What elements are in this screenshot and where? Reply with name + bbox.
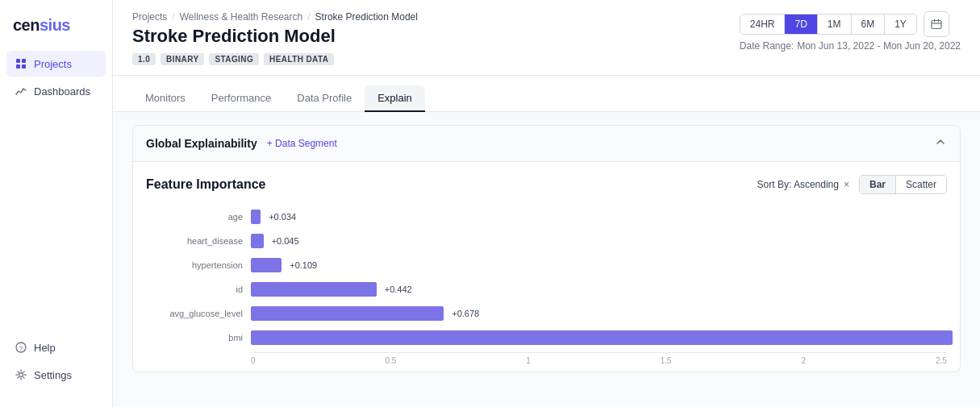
time-btn-6m[interactable]: 6M bbox=[852, 15, 886, 34]
tab-data-profile[interactable]: Data Profile bbox=[284, 85, 365, 112]
header-row: Projects / Wellness & Health Research / … bbox=[132, 11, 961, 65]
breadcrumb-projects[interactable]: Projects bbox=[132, 11, 167, 23]
breadcrumb: Projects / Wellness & Health Research / … bbox=[132, 11, 418, 23]
x-tick: 1 bbox=[526, 356, 531, 365]
sort-label: Sort By: Ascending bbox=[757, 179, 839, 190]
date-range-value: Mon Jun 13, 2022 - Mon Jun 20, 2022 bbox=[797, 40, 961, 52]
sidebar-nav: Projects Dashboards bbox=[0, 51, 112, 104]
sidebar-bottom: ? Help Settings bbox=[0, 328, 112, 394]
calendar-button[interactable] bbox=[924, 11, 949, 37]
time-controls: 24HR 7D 1M 6M 1Y bbox=[740, 11, 961, 37]
chart-bar-value: +0.442 bbox=[385, 284, 412, 294]
view-toggle: Bar Scatter bbox=[859, 175, 947, 194]
chart-row: heart_disease+0.045 bbox=[146, 231, 947, 251]
tag-binary: BINARY bbox=[161, 53, 204, 65]
chart-bar-value: +0.109 bbox=[290, 260, 317, 270]
chart-bar-area: +0.045 bbox=[251, 234, 947, 248]
time-btn-1y[interactable]: 1Y bbox=[885, 15, 916, 34]
sidebar: censius Projects Dashboards bbox=[0, 0, 113, 407]
time-btn-1m[interactable]: 1M bbox=[818, 15, 852, 34]
main-content: Projects / Wellness & Health Research / … bbox=[113, 0, 980, 407]
svg-rect-3 bbox=[22, 64, 26, 69]
chart-feature-label: hypertension bbox=[146, 260, 251, 270]
global-explainability-card: Global Explainability + Data Segment Fea… bbox=[132, 125, 961, 372]
tag-health-data: HEALTH DATA bbox=[264, 53, 334, 65]
section-header: Global Explainability + Data Segment bbox=[133, 126, 960, 162]
x-axis-line bbox=[251, 352, 947, 353]
add-segment-button[interactable]: + Data Segment bbox=[267, 138, 337, 149]
chart-bar bbox=[251, 306, 444, 321]
x-tick: 2 bbox=[802, 356, 807, 365]
tab-monitors[interactable]: Monitors bbox=[132, 85, 198, 112]
chart-row: hypertension+0.109 bbox=[146, 255, 947, 275]
content-area: Global Explainability + Data Segment Fea… bbox=[113, 112, 980, 407]
chart-row: bmi+2.474 bbox=[146, 328, 947, 347]
chart-bar-area: +2.474 bbox=[251, 330, 953, 345]
chart-feature-label: avg_glucose_level bbox=[146, 309, 251, 318]
feature-importance-chart: age+0.034heart_disease+0.045hypertension… bbox=[146, 207, 947, 353]
chart-bar bbox=[251, 210, 261, 224]
chart-feature-label: bmi bbox=[146, 333, 251, 343]
sidebar-item-settings-label: Settings bbox=[34, 369, 72, 381]
sidebar-item-settings[interactable]: Settings bbox=[6, 362, 106, 388]
fi-controls: Sort By: Ascending × Bar Scatter bbox=[757, 175, 947, 194]
svg-rect-1 bbox=[22, 59, 26, 63]
tag-staging: STAGING bbox=[209, 53, 259, 65]
sort-clear-button[interactable]: × bbox=[844, 179, 849, 190]
chart-row: avg_glucose_level+0.678 bbox=[146, 304, 947, 323]
chart-bar bbox=[251, 282, 377, 297]
chart-row: id+0.442 bbox=[146, 280, 947, 299]
tab-performance[interactable]: Performance bbox=[198, 85, 284, 112]
logo: censius bbox=[0, 13, 112, 51]
sidebar-item-help[interactable]: ? Help bbox=[6, 334, 106, 360]
sidebar-item-projects[interactable]: Projects bbox=[6, 51, 106, 77]
breadcrumb-wellness[interactable]: Wellness & Health Research bbox=[180, 11, 303, 23]
sidebar-item-projects-label: Projects bbox=[34, 58, 72, 70]
svg-rect-2 bbox=[16, 64, 20, 69]
tag-version: 1.0 bbox=[132, 53, 156, 65]
circle-question-icon: ? bbox=[15, 341, 27, 354]
chart-bar-value: +0.034 bbox=[269, 212, 296, 222]
x-tick: 0 bbox=[251, 356, 256, 365]
time-btn-7d[interactable]: 7D bbox=[785, 15, 817, 34]
svg-rect-0 bbox=[16, 59, 20, 63]
svg-rect-7 bbox=[932, 21, 941, 29]
view-btn-scatter[interactable]: Scatter bbox=[896, 176, 946, 193]
tab-explain[interactable]: Explain bbox=[365, 85, 425, 112]
grid-icon bbox=[15, 57, 27, 70]
feature-importance-header: Feature Importance Sort By: Ascending × … bbox=[146, 175, 947, 194]
sort-control: Sort By: Ascending × bbox=[757, 179, 849, 190]
svg-text:?: ? bbox=[19, 345, 23, 352]
view-btn-bar[interactable]: Bar bbox=[860, 176, 896, 193]
chart-row: age+0.034 bbox=[146, 207, 947, 226]
x-tick: 0.5 bbox=[385, 356, 396, 365]
date-range-label: Date Range: bbox=[740, 40, 794, 52]
section-header-left: Global Explainability + Data Segment bbox=[146, 137, 337, 150]
chart-bar bbox=[251, 258, 281, 272]
x-tick: 1.5 bbox=[661, 356, 672, 365]
tabs-bar: Monitors Performance Data Profile Explai… bbox=[113, 76, 980, 112]
chart-feature-label: age bbox=[146, 212, 251, 222]
sidebar-item-dashboards-label: Dashboards bbox=[34, 85, 90, 98]
feature-importance-container: Feature Importance Sort By: Ascending × … bbox=[133, 162, 960, 372]
section-title: Global Explainability bbox=[146, 137, 257, 150]
chart-feature-label: heart_disease bbox=[146, 236, 251, 246]
model-tags: 1.0 BINARY STAGING HEALTH DATA bbox=[132, 53, 418, 65]
header: Projects / Wellness & Health Research / … bbox=[113, 0, 980, 76]
collapse-button[interactable] bbox=[934, 135, 947, 152]
page-title: Stroke Prediction Model bbox=[132, 26, 418, 47]
chart-bar-area: +0.678 bbox=[251, 306, 947, 321]
header-right: 24HR 7D 1M 6M 1Y bbox=[740, 11, 961, 52]
header-left: Projects / Wellness & Health Research / … bbox=[132, 11, 418, 65]
chart-bar-value: +0.678 bbox=[452, 309, 479, 318]
x-axis-ticks: 00.511.522.5 bbox=[146, 356, 947, 365]
feature-importance-title: Feature Importance bbox=[146, 177, 265, 192]
sidebar-item-dashboards[interactable]: Dashboards bbox=[6, 78, 106, 104]
chart-line-icon bbox=[15, 85, 27, 98]
chart-bar-value: +0.045 bbox=[272, 236, 299, 246]
breadcrumb-current: Stroke Prediction Model bbox=[315, 11, 418, 23]
chart-bar-area: +0.034 bbox=[251, 210, 947, 224]
breadcrumb-sep-2: / bbox=[307, 11, 310, 23]
breadcrumb-sep-1: / bbox=[172, 11, 174, 23]
time-btn-24hr[interactable]: 24HR bbox=[740, 15, 786, 34]
